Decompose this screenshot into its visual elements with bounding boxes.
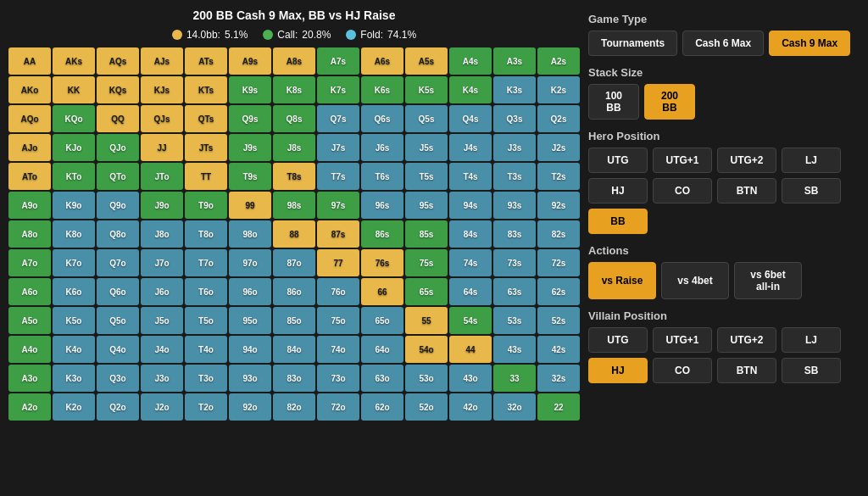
grid-cell-22[interactable]: 22 [537, 393, 580, 421]
btn-villain-utg1[interactable]: UTG+1 [653, 327, 712, 353]
grid-cell-85o[interactable]: 85o [273, 307, 315, 334]
btn-co[interactable]: CO [653, 178, 712, 203]
grid-cell-84o[interactable]: 84o [273, 336, 315, 363]
grid-cell-54o[interactable]: 54o [405, 336, 448, 363]
btn-cash6max[interactable]: Cash 6 Max [682, 31, 764, 56]
grid-cell-kjs[interactable]: KJs [141, 76, 183, 103]
grid-cell-42o[interactable]: 42o [449, 393, 492, 421]
grid-cell-q3o[interactable]: Q3o [97, 365, 139, 392]
btn-cash9max[interactable]: Cash 9 Max [769, 31, 850, 56]
grid-cell-aa[interactable]: AA [8, 47, 51, 75]
grid-cell-94s[interactable]: 94s [449, 192, 492, 219]
grid-cell-t6o[interactable]: T6o [185, 278, 227, 305]
grid-cell-95s[interactable]: 95s [405, 192, 448, 219]
grid-cell-72s[interactable]: 72s [537, 249, 580, 276]
grid-cell-qjs[interactable]: QJs [141, 105, 183, 132]
btn-btn[interactable]: BTN [717, 178, 776, 203]
grid-cell-aks[interactable]: AKs [53, 47, 95, 75]
grid-cell-k7s[interactable]: K7s [317, 76, 359, 103]
btn-sb[interactable]: SB [782, 178, 841, 203]
grid-cell-q9o[interactable]: Q9o [97, 192, 139, 219]
grid-cell-52o[interactable]: 52o [405, 393, 448, 421]
grid-cell-62o[interactable]: 62o [361, 393, 403, 421]
btn-utg[interactable]: UTG [588, 148, 648, 173]
grid-cell-k2s[interactable]: K2s [537, 76, 580, 103]
grid-cell-63o[interactable]: 63o [361, 365, 403, 392]
grid-cell-q6s[interactable]: Q6s [361, 105, 403, 132]
grid-cell-j7o[interactable]: J7o [141, 249, 183, 276]
grid-cell-j9s[interactable]: J9s [229, 134, 271, 161]
grid-cell-jto[interactable]: JTo [141, 163, 183, 190]
grid-cell-ato[interactable]: ATo [8, 163, 51, 190]
grid-cell-k6o[interactable]: K6o [53, 278, 95, 305]
btn-villain-sb[interactable]: SB [782, 358, 841, 383]
grid-cell-q2o[interactable]: Q2o [97, 393, 139, 421]
btn-vs-4bet[interactable]: vs 4bet [661, 262, 729, 299]
grid-cell-a7o[interactable]: A7o [8, 249, 51, 276]
grid-cell-54s[interactable]: 54s [449, 307, 492, 334]
grid-cell-ajs[interactable]: AJs [141, 47, 183, 75]
grid-cell-43s[interactable]: 43s [493, 336, 536, 363]
grid-cell-32o[interactable]: 32o [493, 393, 536, 421]
grid-cell-a2o[interactable]: A2o [8, 393, 51, 421]
grid-cell-87s[interactable]: 87s [317, 220, 359, 248]
grid-cell-q3s[interactable]: Q3s [493, 105, 536, 132]
grid-cell-j2o[interactable]: J2o [141, 393, 183, 421]
grid-cell-82o[interactable]: 82o [273, 393, 315, 421]
grid-cell-ako[interactable]: AKo [8, 76, 51, 103]
grid-cell-93s[interactable]: 93s [493, 192, 536, 219]
grid-cell-j9o[interactable]: J9o [141, 192, 183, 219]
grid-cell-a6s[interactable]: A6s [361, 47, 403, 75]
grid-cell-kto[interactable]: KTo [53, 163, 95, 190]
grid-cell-qto[interactable]: QTo [97, 163, 139, 190]
grid-cell-j8s[interactable]: J8s [273, 134, 315, 161]
grid-cell-q4s[interactable]: Q4s [449, 105, 492, 132]
grid-cell-t2o[interactable]: T2o [185, 393, 227, 421]
grid-cell-k7o[interactable]: K7o [53, 249, 95, 276]
grid-cell-q8s[interactable]: Q8s [273, 105, 315, 132]
grid-cell-a5o[interactable]: A5o [8, 307, 51, 334]
grid-cell-75o[interactable]: 75o [317, 307, 359, 334]
grid-cell-43o[interactable]: 43o [449, 365, 492, 392]
grid-cell-ajo[interactable]: AJo [8, 134, 51, 161]
btn-villain-utg[interactable]: UTG [588, 327, 648, 353]
grid-cell-q4o[interactable]: Q4o [97, 336, 139, 363]
grid-cell-j7s[interactable]: J7s [317, 134, 359, 161]
grid-cell-84s[interactable]: 84s [449, 220, 492, 248]
grid-cell-88[interactable]: 88 [273, 220, 315, 248]
grid-cell-kqs[interactable]: KQs [97, 76, 139, 103]
grid-cell-k9s[interactable]: K9s [229, 76, 271, 103]
grid-cell-qq[interactable]: QQ [97, 105, 139, 132]
grid-cell-a4o[interactable]: A4o [8, 336, 51, 363]
grid-cell-72o[interactable]: 72o [317, 393, 359, 421]
btn-vs-raise[interactable]: vs Raise [588, 262, 656, 299]
grid-cell-j4o[interactable]: J4o [141, 336, 183, 363]
grid-cell-74o[interactable]: 74o [317, 336, 359, 363]
grid-cell-tt[interactable]: TT [185, 163, 227, 190]
grid-cell-q5s[interactable]: Q5s [405, 105, 448, 132]
grid-cell-j6o[interactable]: J6o [141, 278, 183, 305]
grid-cell-33[interactable]: 33 [493, 365, 536, 392]
grid-cell-k8s[interactable]: K8s [273, 76, 315, 103]
grid-cell-kqo[interactable]: KQo [53, 105, 95, 132]
grid-cell-76o[interactable]: 76o [317, 278, 359, 305]
grid-cell-jj[interactable]: JJ [141, 134, 183, 161]
grid-cell-t2s[interactable]: T2s [537, 163, 580, 190]
grid-cell-a3s[interactable]: A3s [493, 47, 536, 75]
grid-cell-86s[interactable]: 86s [361, 220, 403, 248]
grid-cell-q7o[interactable]: Q7o [97, 249, 139, 276]
grid-cell-ats[interactable]: ATs [185, 47, 227, 75]
grid-cell-77[interactable]: 77 [317, 249, 359, 276]
grid-cell-65s[interactable]: 65s [405, 278, 448, 305]
btn-lj[interactable]: LJ [782, 148, 841, 173]
grid-cell-t7o[interactable]: T7o [185, 249, 227, 276]
grid-cell-66[interactable]: 66 [361, 278, 403, 305]
btn-vs-6bet[interactable]: vs 6betall-in [734, 262, 802, 299]
grid-cell-j2s[interactable]: J2s [537, 134, 580, 161]
btn-hj[interactable]: HJ [588, 178, 648, 203]
grid-cell-k4s[interactable]: K4s [449, 76, 492, 103]
grid-cell-t5o[interactable]: T5o [185, 307, 227, 334]
grid-cell-a5s[interactable]: A5s [405, 47, 448, 75]
grid-cell-52s[interactable]: 52s [537, 307, 580, 334]
grid-cell-86o[interactable]: 86o [273, 278, 315, 305]
